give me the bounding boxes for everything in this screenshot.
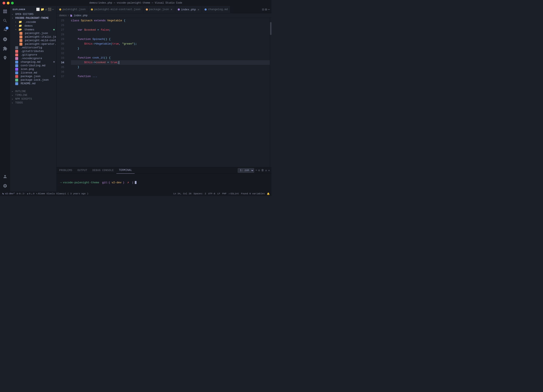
tab-mild-contrast-label: palenight-mild-contrast.json [94,8,140,11]
tab-terminal[interactable]: TERMINAL [116,167,135,174]
tab-package-json[interactable]: package.json ✕ [143,6,175,13]
file-contributing-md[interactable]: contributing.md [10,64,57,67]
status-sync[interactable]: ⟳ 0↓ 2↑ [17,192,25,195]
shell-selector[interactable]: 1: zsh [238,168,254,173]
status-position[interactable]: Ln 34, Col 26 [173,192,192,195]
new-file-icon[interactable]: ⬜ [36,8,40,11]
remote-activity-icon[interactable] [1,54,9,62]
status-encoding[interactable]: UTF-8 [208,192,215,195]
maximize-button[interactable] [11,2,14,5]
split-editor-icon[interactable]: ⊡ [262,7,264,12]
file-package-lock-json[interactable]: package-lock.json [10,78,57,82]
sidebar-bottom-panels: OUTLINE TIMELINE NPM SCRIPTS TODOS [10,89,57,106]
themes-folder-icon: 📂 [19,28,22,31]
breadcrumb: demos > index.php [57,13,272,18]
file-license-md[interactable]: license.md [10,71,57,75]
file-package-json[interactable]: package.json M [10,75,57,78]
code-content[interactable]: class Spinach extends Vegetable { var $c… [68,18,270,167]
demos-folder[interactable]: 📁 demos [10,24,57,28]
debug-activity-icon[interactable] [1,35,9,43]
minimap-thumb[interactable] [270,22,272,35]
editor-layout-icon[interactable]: ⊞ [265,7,267,12]
tab-index-php[interactable]: index.php ✕ [175,6,202,13]
split-terminal-icon[interactable]: ⊟ [258,169,260,172]
palenight-json-label: palenight.json [23,32,48,35]
file-changelog-md[interactable]: changelog.md M [10,60,57,64]
panel-tabs: PROBLEMS OUTPUT DEBUG CONSOLE TERMINAL 1… [57,167,272,174]
search-activity-icon[interactable] [1,17,9,24]
collapse-all-icon[interactable]: ⬛ [48,8,51,11]
tab-index-php-close[interactable]: ✕ [198,8,199,11]
npm-scripts-section[interactable]: NPM SCRIPTS [10,97,57,101]
vscode-folder[interactable]: 📁 .vscode [10,20,57,24]
tab-palenight-mild-contrast-json[interactable]: palenight-mild-contrast.json [88,6,143,13]
tab-changelog-md[interactable]: changelog.md [202,6,231,13]
new-folder-icon[interactable]: 📁 [40,8,44,11]
terminal-path: vscode-palenight-theme [63,181,99,184]
extensions-activity-icon[interactable] [1,45,9,52]
close-panel-icon[interactable]: ✕ [268,169,270,172]
scm-badge: 3 [6,27,8,30]
activity-bar-bottom [1,173,9,191]
more-actions-icon[interactable]: ⋯ [52,8,54,11]
output-label: OUTPUT [77,169,87,172]
file-palenight-mild-contrast-json[interactable]: palenight-mild-contrast.json U [10,39,57,42]
file-palenight-italic-json[interactable]: palenight-italic.json [10,35,57,39]
vscodeignore-icon [15,57,18,60]
file-gitignore[interactable]: .gitignore [10,53,57,57]
status-errors[interactable]: ⊗ 0 ⚠ 0 [27,192,34,195]
themes-folder[interactable]: 📂 themes [10,28,57,31]
palenight-mild-contrast-json-icon [19,39,23,42]
status-spaces[interactable]: Spaces: 2 [193,192,206,195]
avatar-icon[interactable] [1,173,9,180]
status-blame[interactable]: ✎ Blame Olaolu Olawuyi ( 3 years ago ) [36,192,88,195]
terminal-content[interactable]: → vscode-palenight-theme git:(v2-dev) ✗ … [57,174,272,191]
tab-output[interactable]: OUTPUT [75,167,90,174]
refresh-icon[interactable]: ↺ [45,8,47,11]
explorer-activity-icon[interactable] [1,8,9,15]
status-line-ending[interactable]: LF [217,192,220,195]
scm-activity-icon[interactable]: 3 [1,26,9,34]
tab-package-json-close[interactable]: ✕ [170,8,172,11]
themes-folder-label: themes [23,28,34,31]
tab-palenight-json-icon [59,8,61,11]
minimize-button[interactable] [7,2,10,5]
demos-folder-chevron [15,24,18,27]
outline-section[interactable]: OUTLINE [10,90,57,93]
status-right: Ln 34, Col 26 Spaces: 2 UTF-8 LF PHP ⚡ E… [173,192,270,195]
file-vscodeignore[interactable]: .vscodeignore [10,57,57,60]
settings-icon[interactable] [1,182,9,190]
file-icon-png[interactable]: icon.png [10,67,57,71]
branch-name: v2-dev* [5,192,15,195]
file-editorconfig[interactable]: .editorconfig [10,46,57,50]
code-editor[interactable]: 25 26 27 28 29 30 31 32 33 34 35 36 37 [57,18,270,167]
package-lock-json-icon [15,78,18,82]
timeline-section[interactable]: TIMELINE [10,93,57,97]
more-tabs-icon[interactable]: ⋯ [268,7,270,12]
file-palenight-json[interactable]: palenight.json [10,31,57,35]
tab-problems[interactable]: PROBLEMS [57,167,75,174]
tab-palenight-json[interactable]: palenight.json [57,6,88,13]
status-branch[interactable]: v2-dev* [2,192,15,195]
open-editors-section[interactable]: OPEN EDITORS [10,12,57,16]
status-notifications-icon[interactable]: 🔔 [267,192,270,195]
status-eslint[interactable]: ⚡ ESLint [229,192,239,195]
kill-terminal-icon[interactable]: 🗑 [261,169,264,172]
gitignore-label: .gitignore [19,53,37,56]
readme-md-icon [15,82,18,85]
close-button[interactable] [3,2,5,5]
activity-bar: 3 [0,6,10,191]
new-terminal-icon[interactable]: + [255,169,257,172]
maximize-panel-icon[interactable]: ∧ [265,169,267,172]
file-palenight-operator-json[interactable]: palenight-operator.json [10,42,57,46]
themes-folder-chevron [15,28,18,31]
breadcrumb-root[interactable]: demos [59,14,67,17]
file-gitattributes[interactable]: .gitattributes [10,50,57,53]
themes-modified-indicator [53,29,55,30]
tab-debug-console[interactable]: DEBUG CONSOLE [90,167,116,174]
root-section[interactable]: VSCODE-PALENIGHT-THEME [10,16,57,20]
todos-section[interactable]: TODOS [10,101,57,105]
file-readme-md[interactable]: README.md [10,82,57,85]
status-variables[interactable]: Found 0 variables [241,192,265,195]
status-language[interactable]: PHP [222,192,226,195]
